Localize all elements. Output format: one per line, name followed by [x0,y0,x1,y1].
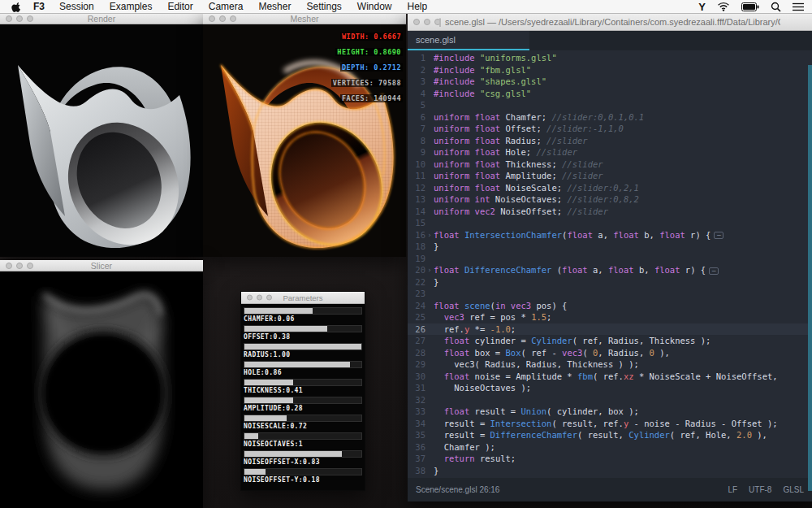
wifi-icon[interactable] [717,2,730,11]
slider-noisescale[interactable]: NOISESCALE:0.72 [244,415,362,431]
minimize-button[interactable] [219,15,226,22]
editor-titlebar[interactable]: scene.glsl — /Users/syedrezaali/Library/… [408,13,812,31]
close-button[interactable] [247,295,253,301]
code-line-36[interactable]: 36 Chamfer ); [408,441,812,454]
mesher-viewport[interactable]: WIDTH: 0.6667HEIGHT: 0.8690DEPTH: 0.2712… [203,24,406,257]
folded-region-indicator[interactable]: ‒ [714,232,723,239]
menu-item-session[interactable]: Session [59,1,94,12]
slider-track[interactable] [244,397,362,404]
menu-item-editor[interactable]: Editor [167,1,192,12]
code-line-22[interactable]: 22} [408,276,812,289]
code-line-26[interactable]: 26 ref.y *= -1.0; [408,323,812,336]
menu-item-camera[interactable]: Camera [209,1,244,12]
slider-track[interactable] [244,415,362,422]
close-button[interactable] [6,15,12,22]
zoom-button[interactable] [230,15,236,22]
code-line-14[interactable]: 14uniform vec2 NoiseOffset; //slider [408,206,812,218]
menu-item-settings[interactable]: Settings [306,1,341,12]
notification-center-icon[interactable] [793,2,804,11]
slider-track[interactable] [244,432,362,440]
editor-scrollbar[interactable] [808,65,812,491]
render-viewport[interactable] [0,24,203,257]
apple-logo-icon[interactable] [11,2,22,12]
code-editor[interactable]: 1#include "uniforms.glsl"2#include "fbm.… [408,50,812,478]
slider-track[interactable] [244,343,362,350]
menu-item-examples[interactable]: Examples [110,1,153,12]
fold-arrow-icon[interactable]: › [425,229,434,241]
code-line-6[interactable]: 6uniform float Chamfer; //slider:0,0.1,0… [408,111,812,124]
app-menu-f3[interactable]: F3 [33,1,45,12]
code-line-37[interactable]: 37 return result; [408,453,812,465]
zoom-button[interactable] [266,295,272,301]
code-line-30[interactable]: 30 float noise = Amplitude * fbm( ref.xz… [408,371,812,383]
menu-item-help[interactable]: Help [408,1,428,12]
code-line-34[interactable]: 34 result = Intersection( result, ref.y … [408,418,812,430]
code-line-28[interactable]: 28 float box = Box( ref - vec3( 0, Radiu… [408,347,812,359]
close-button[interactable] [6,263,12,269]
code-line-7[interactable]: 7uniform float Offset; //slider:-1,1,0 [408,123,812,135]
code-line-33[interactable]: 33 float result = Union( cylinder, box )… [408,406,812,418]
zoom-button[interactable] [27,15,33,22]
slider-hole[interactable]: HOLE:0.86 [244,361,362,377]
slider-track[interactable] [244,361,362,368]
code-line-38[interactable]: 38} [408,465,812,477]
y-utility-icon[interactable]: Y [698,1,706,13]
code-line-20[interactable]: 20›float DifferenceChamfer (float a, flo… [408,264,812,276]
code-line-32[interactable]: 32 [408,394,812,406]
menu-item-mesher[interactable]: Mesher [258,1,291,12]
zoom-button[interactable] [27,263,33,269]
slicer-titlebar[interactable]: Slicer [0,260,203,271]
battery-icon[interactable] [741,2,759,11]
code-line-10[interactable]: 10uniform float Thickness; //slider [408,158,812,171]
minimize-button[interactable] [424,19,430,25]
fold-arrow-icon[interactable]: › [425,264,434,276]
code-line-13[interactable]: 13uniform int NoiseOctaves; //slider:0,8… [408,193,812,206]
slider-noiseoffset-y[interactable]: NOISEOFFSET-Y:0.18 [244,468,362,484]
close-button[interactable] [413,19,420,25]
code-line-1[interactable]: 1#include "uniforms.glsl" [408,52,812,64]
slider-chamfer[interactable]: CHAMFER:0.06 [244,307,362,323]
slider-noiseoctaves[interactable]: NOISEOCTAVES:1 [244,432,362,449]
folded-region-indicator[interactable]: ‒ [709,267,719,275]
slider-thickness[interactable]: THICKNESS:0.41 [244,379,362,395]
code-line-11[interactable]: 11uniform float Amplitude; //slider [408,170,812,182]
slider-track[interactable] [244,325,362,332]
code-line-29[interactable]: 29 vec3( Radius, Radius, Thickness ) ); [408,358,812,371]
slider-noiseoffset-x[interactable]: NOISEOFFSET-X:0.83 [244,450,362,467]
render-titlebar[interactable]: Render [0,13,203,24]
minimize-button[interactable] [16,15,23,22]
slicer-viewport[interactable] [0,271,203,508]
code-line-5[interactable]: 5 [408,99,812,111]
code-line-12[interactable]: 12uniform float NoiseScale; //slider:0,2… [408,182,812,194]
mesher-titlebar[interactable]: Mesher [203,13,406,24]
close-button[interactable] [209,15,215,22]
code-line-19[interactable]: 19 [408,253,812,265]
code-line-27[interactable]: 27 float cylinder = Cylinder( ref, Radiu… [408,335,812,347]
code-line-8[interactable]: 8uniform float Radius; //slider [408,135,812,147]
code-line-3[interactable]: 3#include "shapes.glsl" [408,76,812,88]
minimize-button[interactable] [257,295,262,301]
code-line-35[interactable]: 35 result = DifferenceChamfer( result, C… [408,429,812,441]
code-line-16[interactable]: 16›float IntersectionChamfer(float a, fl… [408,229,812,241]
slider-radius[interactable]: RADIUS:1.00 [244,343,362,359]
menu-item-window[interactable]: Window [357,1,392,12]
tab-scene-glsl[interactable]: scene.glsl [408,31,529,50]
code-line-4[interactable]: 4#include "csg.glsl" [408,88,812,100]
minimize-button[interactable] [16,263,23,269]
code-line-23[interactable]: 23 [408,288,812,300]
spotlight-search-icon[interactable] [771,2,781,12]
slider-track[interactable] [244,468,362,475]
slider-offset[interactable]: OFFSET:0.38 [244,325,362,341]
code-line-18[interactable]: 18} [408,241,812,253]
code-line-9[interactable]: 9uniform float Hole; //slider [408,146,812,158]
slider-track[interactable] [244,450,362,458]
slider-amplitude[interactable]: AMPLITUDE:0.28 [244,397,362,413]
code-line-25[interactable]: 25 vec3 ref = pos * 1.5; [408,311,812,323]
code-line-2[interactable]: 2#include "fbm.glsl" [408,64,812,76]
code-line-15[interactable]: 15 [408,217,812,229]
code-line-24[interactable]: 24float scene(in vec3 pos) { [408,300,812,312]
code-line-31[interactable]: 31 NoiseOctaves ); [408,382,812,394]
slider-track[interactable] [244,379,362,386]
parameters-titlebar[interactable]: Parameters [241,292,365,304]
slider-track[interactable] [244,307,362,315]
